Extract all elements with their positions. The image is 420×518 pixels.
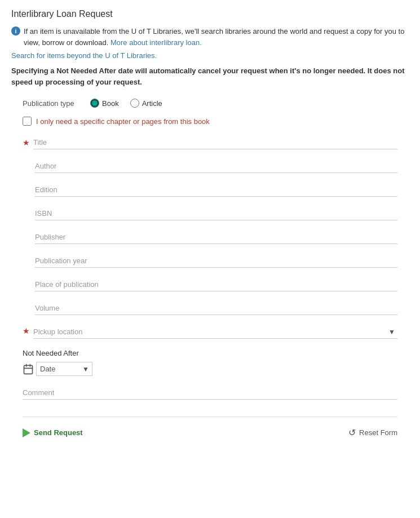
date-picker-row: Date ▼ — [23, 362, 397, 376]
date-select-wrapper: Date ▼ — [36, 362, 92, 376]
comment-input[interactable] — [23, 386, 397, 400]
title-field-row: ★ — [23, 136, 397, 149]
reset-icon: ↺ — [348, 427, 356, 438]
pub-year-input[interactable] — [35, 254, 397, 268]
calendar-icon — [23, 364, 34, 375]
more-info-link[interactable]: More about interlibrary loan. — [110, 38, 202, 47]
place-pub-input[interactable] — [35, 278, 397, 291]
volume-field-row — [23, 302, 397, 315]
send-label: Send Request — [34, 428, 83, 437]
publisher-field — [35, 231, 397, 244]
article-radio-label[interactable]: Article — [130, 99, 162, 108]
search-link[interactable]: Search for items beyond the U of T Libra… — [11, 51, 409, 60]
pub-year-field — [35, 254, 397, 268]
edition-field-row — [23, 183, 397, 197]
page-title: Interlibrary Loan Request — [11, 9, 409, 19]
send-icon — [23, 428, 30, 437]
publication-type-row: Publication type Book Article — [23, 99, 397, 108]
info-text: If an item is unavailable from the U of … — [24, 26, 409, 48]
info-banner: i If an item is unavailable from the U o… — [11, 26, 409, 48]
not-needed-label: Not Needed After — [23, 349, 397, 357]
article-label: Article — [142, 99, 162, 108]
title-required-star: ★ — [23, 138, 30, 147]
volume-input[interactable] — [35, 302, 397, 315]
send-request-button[interactable]: Send Request — [23, 428, 83, 437]
book-radio[interactable] — [90, 99, 99, 108]
author-field — [35, 160, 397, 173]
book-radio-label[interactable]: Book — [90, 99, 119, 108]
publisher-input[interactable] — [35, 231, 397, 244]
publication-type-label: Publication type — [23, 99, 79, 108]
isbn-field — [35, 207, 397, 220]
form-section: Publication type Book Article I only nee… — [11, 99, 409, 444]
chapter-label[interactable]: I only need a specific chapter or pages … — [36, 117, 210, 126]
pub-year-field-row — [23, 254, 397, 268]
place-pub-field-row — [23, 278, 397, 291]
date-select[interactable]: Date — [36, 362, 92, 376]
isbn-field-row — [23, 207, 397, 220]
pickup-required-star: ★ — [23, 326, 30, 335]
pickup-select[interactable]: Pickup location — [33, 325, 397, 339]
comment-row — [23, 386, 397, 400]
isbn-input[interactable] — [35, 207, 397, 220]
title-input[interactable] — [33, 136, 397, 149]
chapter-checkbox[interactable] — [23, 117, 32, 126]
chapter-row: I only need a specific chapter or pages … — [23, 117, 397, 126]
volume-field — [35, 302, 397, 315]
reset-form-button[interactable]: ↺ Reset Form — [348, 427, 397, 438]
edition-input[interactable] — [35, 183, 397, 197]
pickup-location-row: ★ Pickup location ▼ — [23, 325, 397, 339]
pickup-select-wrapper: Pickup location ▼ — [33, 325, 397, 339]
not-needed-section: Not Needed After Date ▼ — [23, 349, 397, 376]
title-field — [33, 136, 397, 149]
warning-text: Specifying a Not Needed After date will … — [11, 65, 409, 87]
publisher-field-row — [23, 231, 397, 244]
edition-field — [35, 183, 397, 197]
author-field-row — [23, 160, 397, 173]
footer-buttons: Send Request ↺ Reset Form — [23, 422, 397, 444]
place-pub-field — [35, 278, 397, 291]
reset-label: Reset Form — [359, 428, 397, 437]
info-icon: i — [11, 26, 20, 36]
article-radio[interactable] — [130, 99, 139, 108]
footer-divider — [23, 417, 397, 417]
svg-rect-0 — [24, 365, 33, 374]
book-label: Book — [102, 99, 119, 108]
author-input[interactable] — [35, 160, 397, 173]
